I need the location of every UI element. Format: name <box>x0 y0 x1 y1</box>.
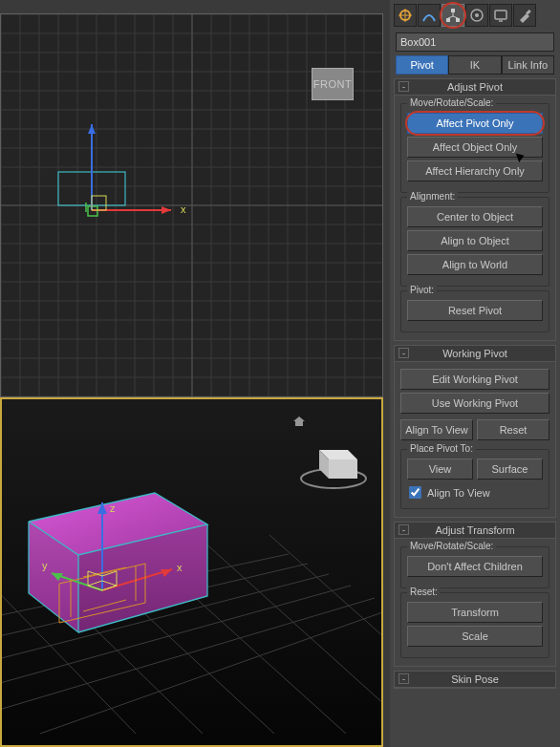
rollout-title: Adjust Pivot <box>447 81 503 93</box>
hierarchy-tab-icon[interactable] <box>442 4 464 27</box>
align-to-view-check-label: Align To View <box>427 487 490 499</box>
pivot-subtab[interactable]: Pivot <box>396 55 448 75</box>
wp-reset-button[interactable]: Reset <box>477 419 549 440</box>
svg-rect-86 <box>456 18 460 22</box>
ik-subtab[interactable]: IK <box>448 55 501 75</box>
object-name-field[interactable] <box>396 32 554 52</box>
svg-rect-85 <box>446 18 450 22</box>
wp-align-to-view-button[interactable]: Align To View <box>400 419 473 440</box>
group-label: Place Pivot To: <box>407 443 476 454</box>
group-label: Move/Rotate/Scale: <box>407 541 496 551</box>
viewcube-front[interactable]: FRONT <box>312 68 354 100</box>
skin-pose-rollout: -Skin Pose <box>394 671 556 689</box>
affect-pivot-only-button[interactable]: Affect Pivot Only <box>407 113 543 134</box>
rollout-title: Skin Pose <box>451 673 499 685</box>
svg-marker-80 <box>329 459 357 479</box>
display-tab-icon[interactable] <box>489 4 512 27</box>
persp-axis-y-label: y <box>42 560 48 571</box>
svg-line-88 <box>448 16 453 18</box>
working-pivot-rollout: -Working Pivot Edit Working Pivot Use Wo… <box>394 345 556 518</box>
axis-x-label: x <box>181 203 186 215</box>
group-label: Move/Rotate/Scale: <box>407 97 496 108</box>
modify-tab-icon[interactable] <box>418 4 441 27</box>
align-to-view-checkbox[interactable] <box>409 486 421 499</box>
svg-line-89 <box>453 16 458 18</box>
rollout-toggle-icon[interactable]: - <box>398 348 409 358</box>
reset-pivot-button[interactable]: Reset Pivot <box>407 300 543 321</box>
persp-axis-x-label: x <box>177 562 183 573</box>
reset-scale-button[interactable]: Scale <box>407 626 543 647</box>
group-label: Reset: <box>407 587 441 597</box>
link-info-subtab[interactable]: Link Info <box>502 55 554 75</box>
edit-working-pivot-button[interactable]: Edit Working Pivot <box>400 369 549 390</box>
group-label: Alignment: <box>407 191 458 202</box>
adjust-pivot-rollout: -Adjust Pivot Move/Rotate/Scale: Affect … <box>394 78 556 341</box>
hierarchy-subtabs: Pivot IK Link Info <box>396 55 554 75</box>
svg-marker-46 <box>162 206 171 214</box>
place-view-button[interactable]: View <box>407 459 473 480</box>
utilities-tab-icon[interactable] <box>513 4 536 27</box>
persp-axis-z-label: z <box>110 502 116 514</box>
use-working-pivot-button[interactable]: Use Working Pivot <box>400 393 549 414</box>
rollout-toggle-icon[interactable]: - <box>398 524 409 535</box>
dont-affect-children-button[interactable]: Don't Affect Children <box>407 556 543 577</box>
rollout-toggle-icon[interactable]: - <box>398 673 409 684</box>
svg-rect-84 <box>451 9 455 12</box>
rollout-title: Adjust Transform <box>435 524 514 536</box>
viewport-front[interactable]: x FRONT <box>0 13 383 397</box>
rollout-toggle-icon[interactable]: - <box>398 81 409 92</box>
viewport-perspective[interactable]: z x y <box>0 397 383 747</box>
adjust-transform-rollout: -Adjust Transform Move/Rotate/Scale: Don… <box>394 522 556 667</box>
command-panel-tabs <box>390 0 560 29</box>
group-label: Pivot: <box>407 285 437 295</box>
viewcube-face-label: FRONT <box>313 78 352 90</box>
align-to-world-button[interactable]: Align to World <box>407 254 543 275</box>
cursor-icon <box>517 152 525 161</box>
svg-point-91 <box>475 13 479 17</box>
svg-rect-51 <box>92 196 106 210</box>
affect-hierarchy-only-button[interactable]: Affect Hierarchy Only <box>407 160 543 181</box>
rollout-title: Working Pivot <box>442 348 507 359</box>
create-tab-icon[interactable] <box>394 4 417 27</box>
motion-tab-icon[interactable] <box>465 4 488 27</box>
command-panel: Pivot IK Link Info -Adjust Pivot Move/Ro… <box>390 0 560 747</box>
align-to-object-button[interactable]: Align to Object <box>407 230 543 251</box>
svg-rect-92 <box>495 11 506 19</box>
place-surface-button[interactable]: Surface <box>477 459 543 480</box>
viewports-area: x FRONT <box>0 13 385 747</box>
reset-transform-button[interactable]: Transform <box>407 602 543 623</box>
align-to-view-check-row[interactable]: Align To View <box>409 486 543 499</box>
center-to-object-button[interactable]: Center to Object <box>407 206 543 227</box>
